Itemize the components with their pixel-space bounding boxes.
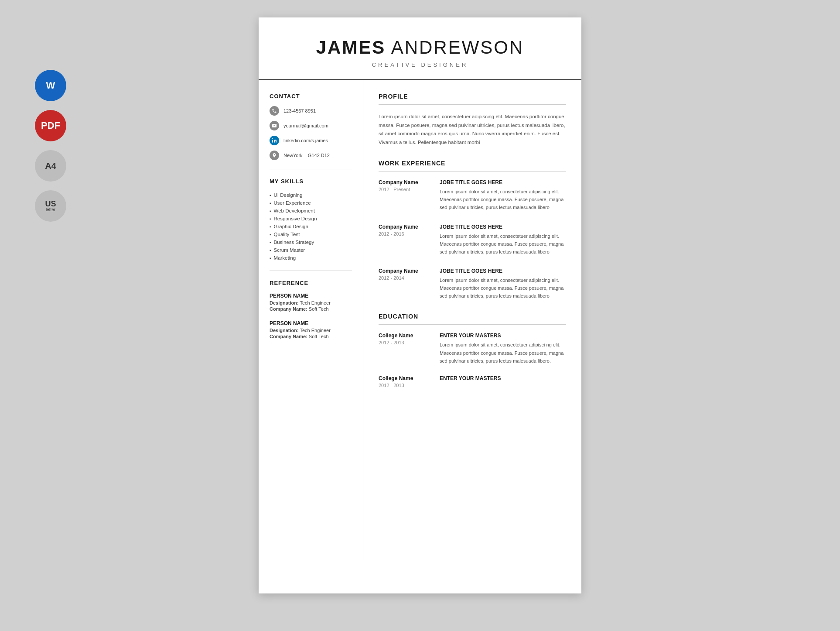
ref-name-2: PERSON NAME <box>270 320 352 326</box>
skills-section-title: MY SKILLS <box>270 178 352 185</box>
skill-item: UI Designing <box>270 191 352 199</box>
contact-section-title: CONTACT <box>270 93 352 99</box>
ref-company-label-1: Company Name: <box>270 306 307 312</box>
contact-linkedin-text: linkedin.com/s.james <box>283 138 328 143</box>
ref-company-label-2: Company Name: <box>270 334 307 339</box>
contact-address-item: NewYork – G142 D12 <box>270 151 352 160</box>
us-icon-label: US <box>45 200 56 208</box>
contact-section: CONTACT 123-4567 8951 yourmail@gmail.com <box>270 93 352 160</box>
skill-item: Scrum Master <box>270 246 352 254</box>
ref-designation-2: Designation: Tech Engineer <box>270 328 352 333</box>
ref-company-value-1: Soft Tech <box>309 306 329 312</box>
reference-item-2: PERSON NAME Designation: Tech Engineer C… <box>270 320 352 339</box>
profile-text: Lorem ipsum dolor sit amet, consectetuer… <box>379 113 566 147</box>
contact-address-text: NewYork – G142 D12 <box>283 153 330 158</box>
profile-section: PROFILE Lorem ipsum dolor sit amet, cons… <box>379 93 566 147</box>
work-jobtitle-2: JOBE TITLE GOES HERE <box>440 224 566 230</box>
work-desc-3: Lorem ipsum dolor sit amet, consectetuer… <box>440 276 566 300</box>
work-left-2: Company Name 2012 - 2016 <box>379 224 431 256</box>
ref-name-1: PERSON NAME <box>270 293 352 299</box>
word-icon-badge[interactable]: W <box>35 70 66 101</box>
edu-entry-2: College Name 2012 - 2013 ENTER YOUR MAST… <box>379 375 566 388</box>
edu-college-2: College Name <box>379 375 431 381</box>
work-dates-1: 2012 - Present <box>379 187 431 192</box>
word-icon-letter: W <box>46 81 55 90</box>
email-svg <box>272 123 277 128</box>
left-column: CONTACT 123-4567 8951 yourmail@gmail.com <box>259 80 363 560</box>
ref-company-2: Company Name: Soft Tech <box>270 334 352 339</box>
resume-paper: JAMES ANDREWSON CREATIVE DESIGNER CONTAC… <box>259 17 581 593</box>
work-entry-3: Company Name 2012 - 2014 JOBE TITLE GOES… <box>379 268 566 300</box>
contact-email-text: yourmail@gmail.com <box>283 123 328 128</box>
resume-header: JAMES ANDREWSON CREATIVE DESIGNER <box>259 17 581 80</box>
ref-company-1: Company Name: Soft Tech <box>270 306 352 312</box>
contact-divider <box>270 169 352 169</box>
work-right-1: JOBE TITLE GOES HERE Lorem ipsum dolor s… <box>440 179 566 211</box>
work-dates-2: 2012 - 2016 <box>379 231 431 237</box>
edu-left-1: College Name 2012 - 2013 <box>379 333 431 364</box>
work-left-1: Company Name 2012 - Present <box>379 179 431 211</box>
ref-designation-value-2: Tech Engineer <box>300 328 330 333</box>
work-left-3: Company Name 2012 - 2014 <box>379 268 431 300</box>
edu-right-2: ENTER YOUR MASTERS <box>440 375 566 388</box>
contact-linkedin-item: linkedin.com/s.james <box>270 136 352 145</box>
work-right-2: JOBE TITLE GOES HERE Lorem ipsum dolor s… <box>440 224 566 256</box>
ref-company-value-2: Soft Tech <box>309 334 329 339</box>
pdf-icon-badge[interactable]: PDF <box>35 110 66 141</box>
work-company-3: Company Name <box>379 268 431 274</box>
work-desc-1: Lorem ipsum dolor sit amet, consectetuer… <box>440 188 566 211</box>
edu-right-1: ENTER YOUR MASTERS Lorem ipsum dolor sit… <box>440 333 566 364</box>
sidebar-icons: W PDF A4 US letter <box>35 70 66 222</box>
skill-item: Quality Test <box>270 230 352 238</box>
location-icon <box>270 151 279 160</box>
skill-item: Graphic Design <box>270 223 352 230</box>
skill-item: Marketing <box>270 254 352 262</box>
skills-list: UI Designing User Experience Web Develop… <box>270 191 352 262</box>
profile-section-title: PROFILE <box>379 93 566 100</box>
resume-title: CREATIVE DESIGNER <box>276 62 564 68</box>
contact-phone-text: 123-4567 8951 <box>283 108 316 113</box>
phone-svg <box>272 108 277 113</box>
education-divider <box>379 324 566 325</box>
us-icon-sub: letter <box>46 208 55 212</box>
skill-item: Business Strategy <box>270 238 352 246</box>
resume-name: JAMES ANDREWSON <box>276 37 564 58</box>
work-jobtitle-1: JOBE TITLE GOES HERE <box>440 179 566 185</box>
edu-dates-2: 2012 - 2013 <box>379 383 431 388</box>
work-divider <box>379 171 566 171</box>
skill-item: Responsive Design <box>270 215 352 223</box>
skills-section: MY SKILLS UI Designing User Experience W… <box>270 178 352 262</box>
phone-icon <box>270 106 279 116</box>
work-entry-1: Company Name 2012 - Present JOBE TITLE G… <box>379 179 566 211</box>
edu-dates-1: 2012 - 2013 <box>379 340 431 345</box>
skill-item: Web Development <box>270 207 352 215</box>
work-right-3: JOBE TITLE GOES HERE Lorem ipsum dolor s… <box>440 268 566 300</box>
edu-left-2: College Name 2012 - 2013 <box>379 375 431 388</box>
ref-designation-1: Designation: Tech Engineer <box>270 300 352 305</box>
skills-divider <box>270 271 352 271</box>
work-entry-2: Company Name 2012 - 2016 JOBE TITLE GOES… <box>379 224 566 256</box>
ref-designation-label-2: Designation: <box>270 328 299 333</box>
location-svg <box>272 153 277 158</box>
ref-designation-value-1: Tech Engineer <box>300 300 330 305</box>
ref-designation-label-1: Designation: <box>270 300 299 305</box>
pdf-icon-label: PDF <box>41 121 60 130</box>
reference-item-1: PERSON NAME Designation: Tech Engineer C… <box>270 293 352 312</box>
linkedin-icon <box>270 136 279 145</box>
work-desc-2: Lorem ipsum dolor sit amet, consectetuer… <box>440 232 566 256</box>
profile-divider <box>379 104 566 105</box>
work-company-2: Company Name <box>379 224 431 230</box>
a4-icon-badge[interactable]: A4 <box>35 150 66 182</box>
a4-icon-label: A4 <box>45 161 56 170</box>
right-column: PROFILE Lorem ipsum dolor sit amet, cons… <box>363 80 581 560</box>
work-jobtitle-3: JOBE TITLE GOES HERE <box>440 268 566 274</box>
us-icon-badge[interactable]: US letter <box>35 190 66 222</box>
edu-college-1: College Name <box>379 333 431 339</box>
linkedin-svg <box>272 138 277 143</box>
last-name: ANDREWSON <box>391 37 524 58</box>
edu-entry-1: College Name 2012 - 2013 ENTER YOUR MAST… <box>379 333 566 364</box>
email-icon <box>270 121 279 130</box>
work-company-1: Company Name <box>379 179 431 185</box>
resume-body: CONTACT 123-4567 8951 yourmail@gmail.com <box>259 80 581 560</box>
reference-section-title: REFERENCE <box>270 280 352 286</box>
